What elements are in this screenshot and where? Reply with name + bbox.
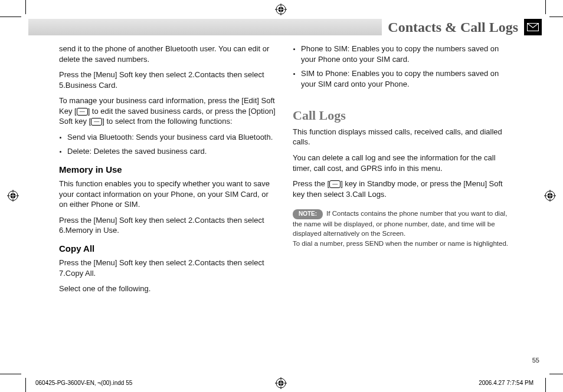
footer-timestamp: 2006.4.27 7:7:54 PM	[479, 380, 533, 386]
page-number: 55	[532, 357, 539, 364]
note-badge: NOTE:	[293, 209, 323, 219]
subheading-copy-all: Copy All	[59, 243, 277, 255]
left-column: send it to the phone of another Bluetoot…	[59, 44, 277, 299]
list-item: Send via Bluetooth: Sends your business …	[67, 132, 277, 143]
print-footer: 060425-PG-3600V-EN‚ ¬(00).indd 55 2006.4…	[35, 380, 533, 386]
chapter-title: Contacts & Call Logs	[382, 19, 524, 35]
body-text: send it to the phone of another Bluetoot…	[59, 44, 277, 64]
list-item: Phone to SIM: Enables you to copy the nu…	[301, 44, 511, 64]
right-column: Phone to SIM: Enables you to copy the nu…	[293, 44, 511, 299]
right-softkey-icon: —	[91, 118, 102, 126]
footer-filename: 060425-PG-3600V-EN‚ ¬(00).indd 55	[35, 380, 132, 386]
left-softkey-icon: —	[77, 108, 88, 116]
body-text: You can delete a call log and see the in…	[293, 153, 511, 173]
section-heading-call-logs: Call Logs	[293, 107, 511, 124]
body-text: Press the [Menu] Soft key then select 2.…	[59, 70, 277, 90]
chapter-header-bar: Contacts & Call Logs	[28, 19, 542, 35]
body-text: This function enables you to specify whe…	[59, 179, 277, 210]
body-text: Press the [Menu] Soft key then select 2.…	[59, 258, 277, 278]
send-key-icon: —	[329, 180, 341, 188]
subheading-memory-in-use: Memory in Use	[59, 164, 277, 176]
note-text: If Contacts contains the phone number th…	[293, 210, 508, 247]
body-text: Press the [Menu] Soft key then select 2.…	[59, 215, 277, 236]
body-text: Select one of the following.	[59, 284, 277, 294]
registration-mark-icon	[275, 4, 287, 15]
body-text: To manage your business card information…	[59, 95, 277, 127]
note-block: NOTE:If Contacts contains the phone numb…	[293, 209, 511, 249]
body-text: Press the [—] key in Standby mode, or pr…	[293, 179, 511, 199]
registration-mark-icon	[7, 190, 19, 202]
registration-mark-icon	[544, 190, 556, 202]
list-item: SIM to Phone: Enables you to copy the nu…	[301, 68, 511, 89]
envelope-icon	[524, 19, 542, 35]
list-item: Delete: Deletes the saved business card.	[67, 146, 277, 157]
body-text: This function displays missed calls, rec…	[293, 127, 511, 147]
